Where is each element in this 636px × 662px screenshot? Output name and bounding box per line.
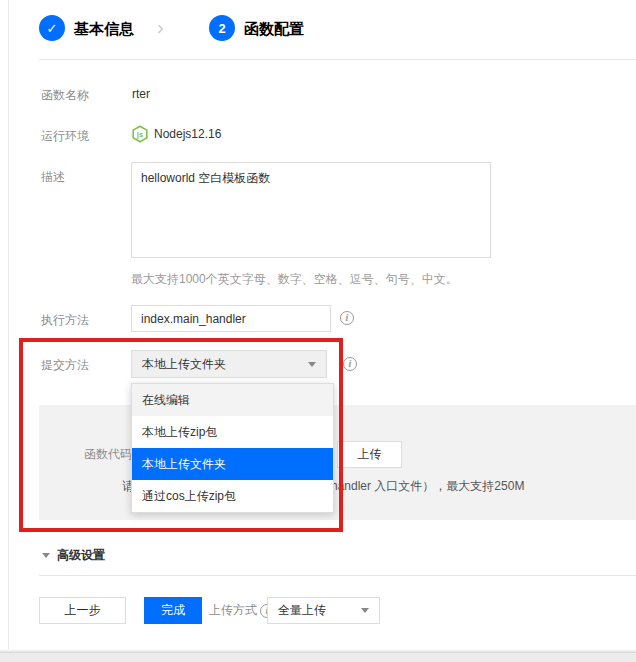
runtime-value-row: js Nodejs12.16 <box>131 125 221 143</box>
triangle-down-icon <box>42 553 50 558</box>
description-label: 描述 <box>41 169 65 186</box>
function-config-page: ✓ 基本信息 › 2 函数配置 函数名称 rter 运行环境 js Nodejs… <box>0 0 636 662</box>
check-icon: ✓ <box>47 21 58 36</box>
function-name-label: 函数名称 <box>41 87 89 104</box>
upload-mode-selected-value: 全量上传 <box>268 602 361 619</box>
step2-number-circle: 2 <box>209 15 235 41</box>
runtime-label: 运行环境 <box>41 128 89 145</box>
function-name-value: rter <box>132 87 150 101</box>
step2-number: 2 <box>218 21 225 36</box>
wizard-card: ✓ 基本信息 › 2 函数配置 函数名称 rter 运行环境 js Nodejs… <box>8 0 636 652</box>
step1-label: 基本信息 <box>74 20 134 39</box>
chevron-right-icon: › <box>157 17 164 37</box>
handler-input[interactable] <box>131 305 331 332</box>
header-divider <box>39 59 636 60</box>
handler-info-icon[interactable]: i <box>340 311 354 325</box>
submit-method-dropdown-menu: 在线编辑 本地上传zip包 本地上传文件夹 通过cos上传zip包 <box>131 383 334 513</box>
runtime-value: Nodejs12.16 <box>154 127 221 141</box>
description-hint: 最大支持1000个英文字母、数字、空格、逗号、句号、中文。 <box>131 271 458 288</box>
submit-method-select[interactable]: 本地上传文件夹 <box>131 350 327 378</box>
step2-label: 函数配置 <box>244 20 304 39</box>
code-hint-visible: handler 入口文件），最大支持250M <box>331 478 524 495</box>
page-background-strip <box>0 652 636 662</box>
upload-mode-label-row: 上传方式 i <box>209 597 274 624</box>
footer-divider <box>39 575 636 576</box>
upload-mode-select[interactable]: 全量上传 <box>267 597 380 624</box>
submit-method-info-icon[interactable]: i <box>343 357 357 371</box>
handler-label: 执行方法 <box>41 312 89 329</box>
menu-item-upload-zip[interactable]: 本地上传zip包 <box>132 416 333 448</box>
description-textarea[interactable]: helloworld 空白模板函数 <box>131 162 491 258</box>
upload-mode-label: 上传方式 <box>209 602 257 619</box>
menu-item-online-edit[interactable]: 在线编辑 <box>132 384 333 416</box>
menu-item-cos-zip[interactable]: 通过cos上传zip包 <box>132 480 333 512</box>
menu-item-upload-folder[interactable]: 本地上传文件夹 <box>132 448 333 480</box>
advanced-settings-label: 高级设置 <box>57 548 105 562</box>
prev-step-button[interactable]: 上一步 <box>39 597 126 624</box>
nodejs-icon: js <box>131 125 149 143</box>
caret-down-icon <box>361 608 369 613</box>
upload-button[interactable]: 上传 <box>337 441 402 468</box>
caret-down-icon <box>308 362 316 367</box>
svg-text:js: js <box>136 130 143 139</box>
submit-method-label: 提交方法 <box>41 357 89 374</box>
advanced-settings-toggle[interactable]: 高级设置 <box>42 547 105 564</box>
finish-button[interactable]: 完成 <box>144 597 202 624</box>
step1-check-circle: ✓ <box>39 15 65 41</box>
submit-method-selected-value: 本地上传文件夹 <box>132 356 308 373</box>
